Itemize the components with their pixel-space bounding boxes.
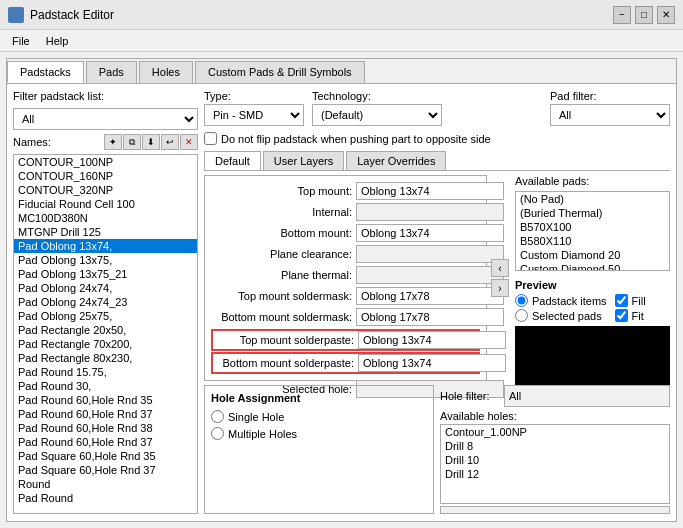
list-item[interactable]: CONTOUR_320NP bbox=[14, 183, 197, 197]
list-item[interactable]: Pad Round 60,Hole Rnd 38 bbox=[14, 421, 197, 435]
hole-item[interactable]: Drill 12 bbox=[441, 467, 669, 481]
list-item[interactable]: MTGNP Drill 125 bbox=[14, 225, 197, 239]
minimize-button[interactable]: − bbox=[613, 6, 631, 24]
bottom-soldermask-label: Bottom mount soldermask: bbox=[211, 311, 356, 323]
list-item[interactable]: Pad Round 30, bbox=[14, 379, 197, 393]
tab-default[interactable]: Default bbox=[204, 151, 261, 170]
list-item[interactable]: Pad Oblong 13x74, bbox=[14, 239, 197, 253]
tab-holes[interactable]: Holes bbox=[139, 61, 193, 83]
available-pads-list[interactable]: (No Pad) (Buried Thermal) B570X100 B580X… bbox=[515, 191, 670, 271]
tab-layer-overrides[interactable]: Layer Overrides bbox=[346, 151, 446, 170]
undo-padstack-button[interactable]: ↩ bbox=[161, 134, 179, 150]
hole-assignment-box: Hole Assignment Single Hole Multiple Hol… bbox=[204, 385, 434, 514]
list-item[interactable]: Fiducial Round Cell 100 bbox=[14, 197, 197, 211]
preview-section: Preview Padstack items Select bbox=[515, 279, 670, 386]
fill-checkbox[interactable] bbox=[615, 294, 628, 307]
hole-item[interactable]: Drill 8 bbox=[441, 439, 669, 453]
type-select[interactable]: Pin - SMD bbox=[204, 104, 304, 126]
list-item[interactable]: Pad Rectangle 20x50, bbox=[14, 323, 197, 337]
list-item[interactable]: Pad Oblong 24x74, bbox=[14, 281, 197, 295]
padstack-items-radio[interactable] bbox=[515, 294, 528, 307]
list-item[interactable]: Pad Square 60,Hole Rnd 37 bbox=[14, 463, 197, 477]
preview-label: Preview bbox=[515, 279, 670, 291]
top-solderpaste-input[interactable] bbox=[358, 331, 506, 349]
nav-left-arrow[interactable]: ‹ bbox=[491, 259, 509, 277]
flip-checkbox[interactable] bbox=[204, 132, 217, 145]
tab-pads[interactable]: Pads bbox=[86, 61, 137, 83]
right-panel: Type: Pin - SMD Technology: (Default) bbox=[204, 90, 670, 514]
list-item[interactable]: Pad Oblong 13x75, bbox=[14, 253, 197, 267]
window-title: Padstack Editor bbox=[30, 8, 114, 22]
new-padstack-button[interactable]: ✦ bbox=[104, 134, 122, 150]
list-item[interactable]: Pad Round 15.75, bbox=[14, 365, 197, 379]
hole-item[interactable]: Drill 10 bbox=[441, 453, 669, 467]
fit-checkbox[interactable] bbox=[615, 309, 628, 322]
pad-list-item[interactable]: (Buried Thermal) bbox=[516, 206, 669, 220]
list-item[interactable]: Pad Square 60,Hole Rnd 35 bbox=[14, 449, 197, 463]
tab-padstacks[interactable]: Padstacks bbox=[7, 61, 84, 83]
delete-padstack-button[interactable]: ✕ bbox=[180, 134, 198, 150]
internal-input[interactable] bbox=[356, 203, 504, 221]
bottom-solderpaste-label: Bottom mount solderpaste: bbox=[213, 357, 358, 369]
inner-tab-bar: Default User Layers Layer Overrides bbox=[204, 151, 670, 171]
maximize-button[interactable]: □ bbox=[635, 6, 653, 24]
single-hole-label: Single Hole bbox=[228, 411, 284, 423]
flip-label: Do not flip padstack when pushing part t… bbox=[221, 133, 491, 145]
holes-list[interactable]: Contour_1.00NP Drill 8 Drill 10 Drill 12 bbox=[440, 424, 670, 504]
single-hole-radio[interactable] bbox=[211, 410, 224, 423]
multiple-holes-radio[interactable] bbox=[211, 427, 224, 440]
list-item[interactable]: Pad Round 60,Hole Rnd 37 bbox=[14, 435, 197, 449]
title-bar: Padstack Editor − □ ✕ bbox=[0, 0, 683, 30]
menu-help[interactable]: Help bbox=[38, 33, 77, 49]
list-item[interactable]: Pad Rectangle 70x200, bbox=[14, 337, 197, 351]
hole-filter-input[interactable] bbox=[504, 385, 670, 407]
fill-label: Fill bbox=[632, 295, 646, 307]
list-item[interactable]: Pad Rectangle 80x230, bbox=[14, 351, 197, 365]
names-list[interactable]: CONTOUR_100NP CONTOUR_160NP CONTOUR_320N… bbox=[13, 154, 198, 514]
top-mount-input[interactable] bbox=[356, 182, 504, 200]
list-item[interactable]: Pad Oblong 24x74_23 bbox=[14, 295, 197, 309]
list-item[interactable]: MC100D380N bbox=[14, 211, 197, 225]
names-label: Names: bbox=[13, 136, 51, 148]
right-side-panel: Available pads: (No Pad) (Buried Thermal… bbox=[515, 175, 670, 381]
available-holes-label: Available holes: bbox=[440, 410, 670, 422]
plane-thermal-label: Plane thermal: bbox=[211, 269, 356, 281]
tab-custom-pads[interactable]: Custom Pads & Drill Symbols bbox=[195, 61, 365, 83]
plane-thermal-input[interactable] bbox=[356, 266, 504, 284]
bottom-solderpaste-input[interactable] bbox=[358, 354, 506, 372]
list-item[interactable]: Round bbox=[14, 477, 197, 491]
pad-list-item[interactable]: (No Pad) bbox=[516, 192, 669, 206]
close-button[interactable]: ✕ bbox=[657, 6, 675, 24]
list-item[interactable]: Pad Round 60,Hole Rnd 35 bbox=[14, 393, 197, 407]
padstack-items-label: Padstack items bbox=[532, 295, 607, 307]
bottom-mount-input[interactable] bbox=[356, 224, 504, 242]
preview-box bbox=[515, 326, 670, 386]
list-item[interactable]: CONTOUR_160NP bbox=[14, 169, 197, 183]
nav-right-arrow[interactable]: › bbox=[491, 279, 509, 297]
pad-list-item[interactable]: Custom Diamond 20 bbox=[516, 248, 669, 262]
pad-list-item[interactable]: B580X110 bbox=[516, 234, 669, 248]
import-padstack-button[interactable]: ⬇ bbox=[142, 134, 160, 150]
pad-list-item[interactable]: B570X100 bbox=[516, 220, 669, 234]
plane-clearance-input[interactable] bbox=[356, 245, 504, 263]
menu-bar: File Help bbox=[0, 30, 683, 52]
pad-filter-select[interactable]: All bbox=[550, 104, 670, 126]
hole-filter-label: Hole filter: bbox=[440, 390, 500, 402]
filter-select[interactable]: All bbox=[13, 108, 198, 130]
list-item[interactable]: Pad Round 60,Hole Rnd 37 bbox=[14, 407, 197, 421]
hole-right-panel: Hole filter: Available holes: Contour_1.… bbox=[440, 385, 670, 514]
top-soldermask-input[interactable] bbox=[356, 287, 504, 305]
tech-label: Technology: bbox=[312, 90, 442, 102]
list-item[interactable]: Pad Oblong 25x75, bbox=[14, 309, 197, 323]
pad-list-item[interactable]: Custom Diamond 50 bbox=[516, 262, 669, 271]
bottom-soldermask-input[interactable] bbox=[356, 308, 504, 326]
tab-user-layers[interactable]: User Layers bbox=[263, 151, 344, 170]
list-item[interactable]: CONTOUR_100NP bbox=[14, 155, 197, 169]
tech-select[interactable]: (Default) bbox=[312, 104, 442, 126]
list-item[interactable]: Pad Round bbox=[14, 491, 197, 505]
menu-file[interactable]: File bbox=[4, 33, 38, 49]
list-item[interactable]: Pad Oblong 13x75_21 bbox=[14, 267, 197, 281]
selected-pads-radio[interactable] bbox=[515, 309, 528, 322]
hole-item[interactable]: Contour_1.00NP bbox=[441, 425, 669, 439]
copy-padstack-button[interactable]: ⧉ bbox=[123, 134, 141, 150]
